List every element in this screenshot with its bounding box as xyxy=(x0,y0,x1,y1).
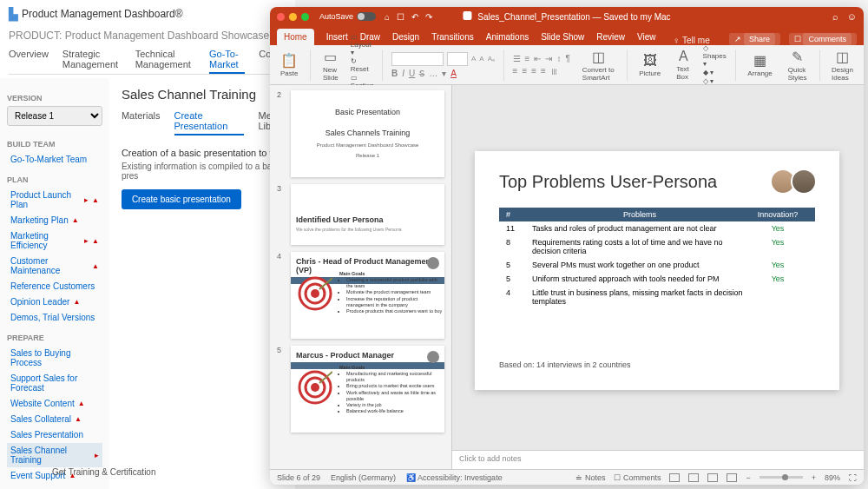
reset-button[interactable]: ↻ Reset xyxy=(351,57,374,73)
picture-button[interactable]: 🖼Picture xyxy=(635,53,664,77)
nav-opinion[interactable]: Opinion Leader▲ xyxy=(7,294,102,309)
home-icon[interactable]: ⌂ xyxy=(385,12,390,22)
tab-gotomarket[interactable]: Go-To-Market xyxy=(209,49,245,74)
thumb-slide-3[interactable]: Identified User Persona We solve the pro… xyxy=(291,184,444,245)
reading-view-icon[interactable] xyxy=(707,473,718,482)
indent-left-icon[interactable]: ⇤ xyxy=(534,54,541,63)
align-right-icon[interactable]: ≡ xyxy=(531,66,536,76)
undo-icon[interactable]: ↶ xyxy=(411,12,418,22)
justify-icon[interactable]: ≡ xyxy=(541,66,546,76)
create-presentation-button[interactable]: Create basic presentation xyxy=(122,189,241,209)
text-dir-icon[interactable]: ¶ xyxy=(565,54,569,63)
nav-launch-plan[interactable]: Product Launch Plan▸▲ xyxy=(7,188,102,212)
thumb-slide-2[interactable]: Basic Presentation Sales Channels Traini… xyxy=(291,90,444,177)
new-slide-button[interactable]: ▭New Slide xyxy=(319,49,342,82)
autosave-toggle[interactable]: AutoSave xyxy=(319,12,376,21)
tab-technical[interactable]: Technical Management xyxy=(135,49,195,69)
version-select[interactable]: Release 1 xyxy=(7,106,102,126)
save-icon[interactable]: ☐ xyxy=(397,12,404,22)
zoom-in-icon[interactable]: + xyxy=(812,473,816,482)
language[interactable]: English (Germany) xyxy=(331,473,396,482)
tab-overview[interactable]: Overview xyxy=(9,49,49,69)
nav-sales-pres[interactable]: Sales Presentation xyxy=(7,427,102,442)
normal-view-icon[interactable] xyxy=(669,473,680,482)
layout-button[interactable]: ▭ Layout ▾ xyxy=(351,33,374,56)
thumb-slide-4[interactable]: Chris - Head of Product Management (VP) … xyxy=(291,252,444,339)
slide-thumbnails[interactable]: 2 Basic Presentation Sales Channels Trai… xyxy=(270,85,452,469)
user-icon[interactable]: ☺ xyxy=(847,11,857,22)
line-spacing-icon[interactable]: ↕ xyxy=(556,54,561,63)
ribbon-tab-slideshow[interactable]: Slide Show xyxy=(541,29,584,45)
quick-styles-button[interactable]: ✎Quick Styles xyxy=(785,49,811,82)
nav-channel-training[interactable]: Sales Channel Training▸ xyxy=(7,443,102,467)
convert-smartart-button[interactable]: ◫Convert to SmartArt xyxy=(579,49,618,82)
nav-customer-maint[interactable]: Customer Maintenance▲ xyxy=(7,254,102,278)
subtab-create[interactable]: Create Presentation xyxy=(174,110,245,135)
shape-fill-icon[interactable]: ◆ ▾ xyxy=(703,69,727,76)
minimize-icon[interactable] xyxy=(289,13,297,21)
textbox-button[interactable]: AText Box xyxy=(673,49,694,81)
align-left-icon[interactable]: ≡ xyxy=(513,66,518,76)
font-select[interactable] xyxy=(391,52,444,66)
footer-training-link[interactable]: Get Training & Certification xyxy=(52,467,156,477)
fit-icon[interactable]: ⛶ xyxy=(849,473,857,482)
nav-gtm-team[interactable]: Go-To-Market Team xyxy=(7,152,102,167)
zoom-out-icon[interactable]: − xyxy=(746,473,750,482)
ribbon-tab-animations[interactable]: Animations xyxy=(486,29,529,45)
columns-icon[interactable]: ⫼ xyxy=(550,66,559,76)
font-color-icon[interactable]: A xyxy=(450,69,457,78)
search-icon[interactable]: ⌕ xyxy=(832,11,838,22)
nav-website[interactable]: Website Content▲ xyxy=(7,396,102,411)
more-fmt-icon[interactable]: … xyxy=(429,69,437,78)
accessibility[interactable]: ♿ Accessibility: Investigate xyxy=(406,473,503,482)
notes-pane[interactable]: Click to add notes xyxy=(452,450,864,469)
slide-canvas[interactable]: Top Problems User-Persona # Problems Inn… xyxy=(475,151,839,390)
ribbon-tab-review[interactable]: Review xyxy=(596,29,625,45)
strike-icon[interactable]: S̶ xyxy=(419,69,424,78)
shrink-font-icon[interactable]: A xyxy=(479,55,483,63)
align-center-icon[interactable]: ≡ xyxy=(522,66,527,76)
redo-icon[interactable]: ↷ xyxy=(425,12,432,22)
sorter-view-icon[interactable] xyxy=(688,473,699,482)
subtab-materials[interactable]: Materials xyxy=(122,110,161,135)
ribbon-tab-transitions[interactable]: Transitions xyxy=(431,29,474,45)
tellme-search[interactable]: ♀Tell me xyxy=(674,36,710,45)
notes-button[interactable]: ≐ Notes xyxy=(575,473,605,482)
numbered-icon[interactable]: ≡ xyxy=(525,54,530,63)
nav-marketing-plan[interactable]: Marketing Plan▲ xyxy=(7,213,102,228)
grow-font-icon[interactable]: A xyxy=(471,55,476,63)
nav-demos[interactable]: Demos, Trial Versions xyxy=(7,310,102,325)
underline-icon[interactable]: U xyxy=(409,69,415,78)
design-ideas-button[interactable]: ◫Design Ideas xyxy=(828,49,857,82)
slideshow-view-icon[interactable] xyxy=(727,473,737,482)
nav-support-forecast[interactable]: Support Sales for Forecast xyxy=(7,371,102,395)
highlight-icon[interactable]: ▾ xyxy=(442,69,446,78)
arrange-button[interactable]: ▦Arrange xyxy=(744,52,775,77)
comments-button[interactable]: ☐ Comments xyxy=(614,473,661,482)
italic-icon[interactable]: I xyxy=(402,69,404,78)
bold-icon[interactable]: B xyxy=(391,69,398,78)
zoom-slider[interactable] xyxy=(760,476,803,479)
maximize-icon[interactable] xyxy=(301,13,309,21)
zoom-level[interactable]: 89% xyxy=(825,473,840,482)
nav-collateral[interactable]: Sales Collateral▲ xyxy=(7,412,102,426)
ribbon-tab-view[interactable]: View xyxy=(637,29,656,45)
ribbon-tab-home[interactable]: Home xyxy=(277,29,314,45)
bullets-icon[interactable]: ☰ xyxy=(513,54,521,63)
nav-sales-buying[interactable]: Sales to Buying Process xyxy=(7,346,102,370)
nav-ref-customers[interactable]: Reference Customers xyxy=(7,279,102,294)
tab-strategic[interactable]: Strategic Management xyxy=(62,49,122,69)
ribbon-tab-insert[interactable]: Insert xyxy=(326,29,348,45)
nav-marketing-eff[interactable]: Marketing Efficiency▸▲ xyxy=(7,228,102,253)
thumb-slide-5[interactable]: Marcus - Product Manager Main Goals Manu… xyxy=(291,346,444,433)
font-size[interactable] xyxy=(447,52,468,66)
indent-right-icon[interactable]: ⇥ xyxy=(545,54,552,63)
share-button[interactable]: ↗ Share xyxy=(729,33,780,45)
ribbon-tab-design[interactable]: Design xyxy=(392,29,419,45)
close-icon[interactable] xyxy=(277,13,285,21)
comments-button[interactable]: ☐ Comments xyxy=(789,33,857,45)
shapes-button[interactable]: ◇ Shapes ▾ xyxy=(703,44,727,68)
shape-outline-icon[interactable]: ◇ ▾ xyxy=(703,77,727,85)
paste-button[interactable]: 📋Paste xyxy=(277,52,301,77)
clear-fmt-icon[interactable]: Aₐ xyxy=(488,55,495,63)
